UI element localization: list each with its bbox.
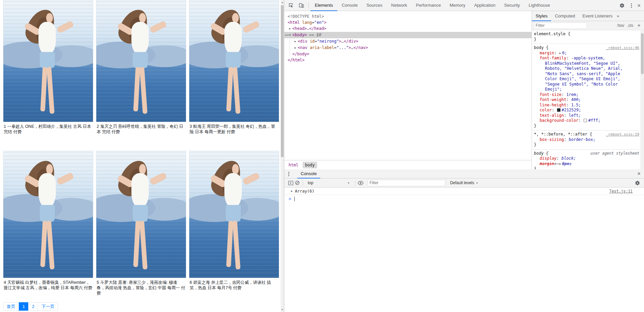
- scroll-down-arrow-icon[interactable]: ▼: [281, 307, 284, 312]
- expand-arrow-icon[interactable]: ▶: [293, 45, 298, 51]
- drawer-tab-console[interactable]: Console: [297, 169, 320, 178]
- console-source-link[interactable]: Test.js:11: [609, 189, 633, 194]
- color-swatch[interactable]: [584, 119, 587, 122]
- tab-console[interactable]: Console: [337, 0, 362, 11]
- dom-line-body-selected[interactable]: ▼<body>== $0: [284, 32, 532, 38]
- tab-computed[interactable]: Computed: [551, 11, 579, 21]
- css-declaration[interactable]: line-height: 1.5;: [534, 103, 639, 108]
- tab-lighthouse[interactable]: Lighthouse: [524, 0, 554, 11]
- expand-arrow-icon[interactable]: ▶: [288, 26, 292, 32]
- css-declaration[interactable]: background-color: #fff;: [534, 118, 639, 123]
- comic-card[interactable]: 2 鬼灭之刃 吾峠呼世晴，集英社 冒险，奇幻 日本 完结 付费: [96, 0, 186, 135]
- comic-card[interactable]: 5 斗罗大陆 原著: 唐家三少，漫画改编: 穆逢春，风炫动漫 热血，冒险，玄幻 …: [96, 151, 186, 296]
- inspect-element-icon[interactable]: [287, 2, 295, 9]
- cover-art-shape: [38, 173, 56, 207]
- comic-card[interactable]: 6 碧蓝之海 井上坚二，吉冈公威，讲谈社 搞笑，热血 日本 每月7号 付费: [189, 151, 279, 296]
- css-declaration[interactable]: font-family: -apple-system,: [534, 56, 639, 61]
- pagination-page-2[interactable]: 2: [28, 302, 38, 311]
- comic-caption: 6 碧蓝之海 井上坚二，吉冈公威，讲谈社 搞笑，热血 日本 每月7号 付费: [189, 278, 279, 291]
- pagination-next[interactable]: 下一页: [38, 302, 58, 311]
- dom-line-html-open[interactable]: <html lang="en">: [284, 19, 532, 25]
- device-toolbar-icon[interactable]: [298, 2, 305, 9]
- dom-line-head[interactable]: ▶<head>…</head>: [284, 25, 532, 32]
- cover-art-shape: [226, 220, 233, 267]
- comic-cover-image[interactable]: [189, 0, 279, 122]
- tab-styles[interactable]: Styles: [532, 11, 551, 21]
- comic-cover-image[interactable]: [189, 151, 279, 278]
- console-toolbar: top ▼ Default levels ▼: [284, 178, 644, 188]
- expand-object-icon[interactable]: ▶: [291, 190, 293, 193]
- comic-card[interactable]: 4 天官赐福 白梦社，墨香铜臭，STARember，晋江文学城 古风，改编，纯爱…: [3, 151, 93, 296]
- dom-line-doctype[interactable]: <!DOCTYPE html>: [284, 13, 532, 19]
- tab-memory[interactable]: Memory: [445, 0, 470, 11]
- close-devtools-icon[interactable]: ×: [637, 3, 641, 8]
- dom-line-nav[interactable]: ▶<nav aria-label="...">…</nav>: [284, 45, 532, 51]
- css-declaration-overridden[interactable]: margin: ▶8px;: [534, 161, 639, 167]
- scroll-up-arrow-icon[interactable]: ▲: [281, 0, 284, 5]
- console-settings-gear-icon[interactable]: [634, 179, 641, 186]
- rule-universal-reboot[interactable]: _reboot.scss:19*, *::before, *::after { …: [532, 131, 640, 150]
- tab-elements[interactable]: Elements: [310, 0, 337, 11]
- comic-card[interactable]: 1 一拳超人 ONE，村田雄介，集英社 古风 日本 完结 付费: [3, 0, 93, 135]
- console-log-value[interactable]: Array(6): [295, 189, 314, 194]
- css-declaration[interactable]: color: #212529;: [534, 108, 639, 113]
- styles-scrollbar[interactable]: [640, 31, 644, 169]
- rule-body-reboot[interactable]: _reboot.scss:46body { margin: ▶0; font-f…: [532, 44, 640, 131]
- dom-line-body-close[interactable]: </body>: [284, 51, 532, 57]
- comic-cover-image[interactable]: [3, 151, 93, 278]
- collapse-arrow-icon[interactable]: ▼: [288, 32, 292, 38]
- css-declaration[interactable]: display: block;: [534, 156, 639, 161]
- expand-shorthand-icon[interactable]: ▶: [559, 162, 561, 165]
- tab-application[interactable]: Application: [470, 0, 500, 11]
- color-swatch[interactable]: [557, 108, 560, 112]
- comic-card[interactable]: 3 航海王 尾田荣一郎，集英社 奇幻，热血，冒险 日本 每周一更新 付费: [189, 0, 279, 135]
- tab-sources[interactable]: Sources: [362, 0, 387, 11]
- more-tabs-icon[interactable]: »: [617, 13, 619, 18]
- comic-cover-image[interactable]: [96, 0, 186, 122]
- log-levels-selector[interactable]: Default levels: [450, 180, 474, 185]
- node-menu-icon[interactable]: [285, 35, 286, 36]
- pagination-first[interactable]: 首页: [3, 302, 19, 311]
- dom-line-html-close[interactable]: </html>: [284, 57, 532, 63]
- breadcrumb-html[interactable]: html: [286, 162, 301, 168]
- css-declaration[interactable]: font-size: 1rem;: [534, 92, 639, 98]
- settings-gear-icon[interactable]: [618, 2, 626, 9]
- overflow-menu-icon[interactable]: [631, 3, 632, 4]
- page-scrollbar[interactable]: ▲ ▼: [281, 0, 284, 312]
- styles-filter-input[interactable]: [534, 22, 587, 29]
- close-drawer-icon[interactable]: ×: [637, 171, 641, 176]
- comic-cover-image[interactable]: [3, 0, 93, 122]
- css-declaration[interactable]: margin: ▶0;: [534, 51, 639, 56]
- css-declaration[interactable]: text-align: left;: [534, 113, 639, 118]
- expand-shorthand-icon[interactable]: ▶: [559, 52, 561, 55]
- console-filter-input[interactable]: [367, 180, 445, 186]
- dom-line-div-neirong[interactable]: ▶<div id="neirong">…</div>: [284, 38, 532, 45]
- tab-security[interactable]: Security: [500, 0, 524, 11]
- dropdown-caret-icon[interactable]: ▼: [347, 182, 350, 184]
- tab-network[interactable]: Network: [387, 0, 412, 11]
- rule-element-style[interactable]: element.style { }: [532, 30, 640, 44]
- comic-cover-image[interactable]: [96, 151, 186, 278]
- styles-scrollbar-thumb[interactable]: [641, 33, 644, 74]
- live-expression-eye-icon[interactable]: [357, 179, 364, 186]
- drawer-menu-icon[interactable]: [288, 172, 289, 173]
- rule-body-user-agent[interactable]: user agent stylesheetbody { display: blo…: [532, 150, 640, 170]
- clear-console-icon[interactable]: [294, 179, 301, 186]
- stylesheet-link[interactable]: _reboot.scss:19: [606, 132, 639, 137]
- new-style-rule-button[interactable]: +: [636, 22, 642, 29]
- css-declaration[interactable]: box-sizing: border-box;: [534, 137, 639, 143]
- tab-performance[interactable]: Performance: [411, 0, 445, 11]
- expand-arrow-icon[interactable]: ▶: [293, 39, 298, 45]
- toggle-class-button[interactable]: .cls: [627, 23, 633, 28]
- breadcrumb-body[interactable]: body: [303, 162, 317, 168]
- pagination-page-1[interactable]: 1: [19, 302, 29, 311]
- css-declaration[interactable]: font-weight: 400;: [534, 97, 639, 103]
- dropdown-caret-icon[interactable]: ▼: [476, 182, 478, 184]
- execution-context-selector[interactable]: top: [308, 180, 347, 185]
- console-prompt[interactable]: >: [284, 195, 644, 203]
- tab-event-listeners[interactable]: Event Listeners: [579, 11, 616, 21]
- page-scrollbar-thumb[interactable]: [281, 5, 284, 157]
- stylesheet-link[interactable]: _reboot.scss:46: [606, 45, 639, 51]
- console-sidebar-icon[interactable]: [287, 179, 294, 186]
- toggle-hover-state-button[interactable]: :hov: [616, 23, 624, 28]
